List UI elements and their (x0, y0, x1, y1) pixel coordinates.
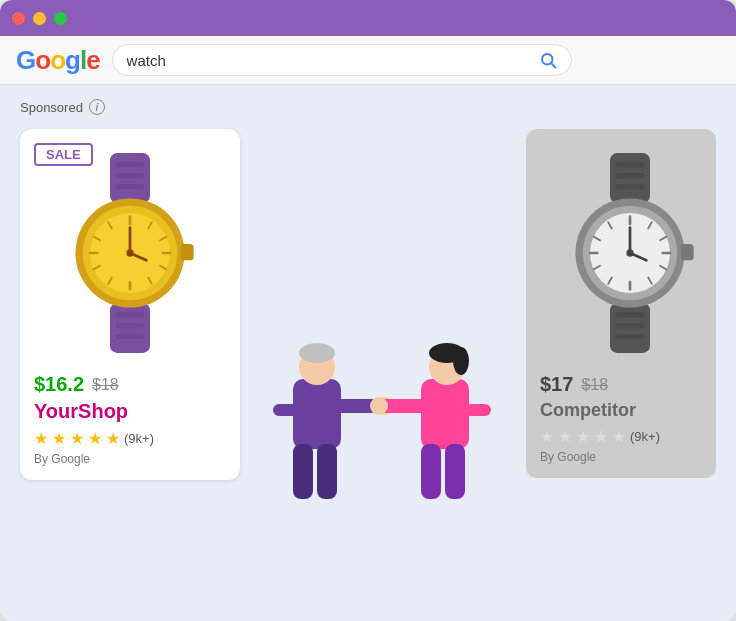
svg-point-45 (370, 397, 388, 415)
star-c3: ★ (576, 427, 590, 446)
svg-rect-4 (115, 173, 144, 178)
svg-rect-43 (421, 444, 441, 499)
svg-rect-52 (615, 323, 644, 328)
reviews-yourshop: (9k+) (124, 431, 154, 446)
stars-row-competitor: ★ ★ ★ ★ ★ (9k+) (540, 427, 702, 446)
svg-point-72 (626, 249, 633, 256)
svg-rect-55 (681, 244, 694, 260)
svg-rect-44 (445, 444, 465, 499)
stars-row-yourshop: ★ ★ ★ ★ ★ (9k+) (34, 429, 226, 448)
people-illustration (273, 249, 493, 529)
product-image-competitor (540, 143, 716, 363)
original-price-yourshop: $18 (92, 376, 119, 394)
star-c5: ★ (612, 427, 626, 446)
star-4: ★ (88, 429, 102, 448)
svg-rect-42 (465, 404, 491, 416)
title-bar (0, 0, 736, 36)
star-5: ★ (106, 429, 120, 448)
svg-rect-8 (115, 323, 144, 328)
product-image-yourshop (40, 143, 220, 363)
svg-rect-53 (615, 334, 644, 339)
search-input[interactable] (127, 52, 539, 69)
browser-window: Google Sponsored i SALE (0, 0, 736, 621)
svg-point-31 (299, 343, 335, 363)
product-card-yourshop[interactable]: SALE (20, 129, 240, 480)
star-c4: ★ (594, 427, 608, 446)
by-google-competitor: By Google (540, 450, 702, 464)
svg-rect-48 (615, 173, 644, 178)
store-name-yourshop[interactable]: YourShop (34, 400, 226, 423)
svg-rect-9 (115, 334, 144, 339)
current-price-yourshop: $16.2 (34, 373, 84, 396)
browser-chrome: Google (0, 36, 736, 85)
competitor-card-container: $17 $18 Competitor ★ ★ ★ ★ ★ (9k+) By Go… (526, 129, 716, 478)
star-c2: ★ (558, 427, 572, 446)
svg-rect-3 (115, 162, 144, 167)
original-price-competitor: $18 (581, 376, 608, 394)
sponsored-row: Sponsored i (20, 99, 716, 115)
star-1: ★ (34, 429, 48, 448)
svg-rect-11 (181, 244, 194, 260)
product-card-competitor[interactable]: $17 $18 Competitor ★ ★ ★ ★ ★ (9k+) By Go… (526, 129, 716, 478)
price-row-competitor: $17 $18 (540, 373, 702, 396)
price-row-yourshop: $16.2 $18 (34, 373, 226, 396)
svg-rect-7 (115, 312, 144, 317)
google-logo: Google (16, 45, 100, 76)
main-content: Sponsored i SALE (0, 85, 736, 621)
sponsored-label: Sponsored (20, 100, 83, 115)
svg-point-28 (126, 249, 133, 256)
svg-rect-34 (293, 444, 313, 499)
store-name-competitor[interactable]: Competitor (540, 400, 702, 421)
products-area: SALE (20, 129, 716, 529)
info-icon[interactable]: i (89, 99, 105, 115)
svg-rect-47 (615, 162, 644, 167)
svg-rect-29 (293, 379, 341, 449)
star-c1: ★ (540, 427, 554, 446)
search-bar (112, 44, 572, 76)
watch-svg-yourshop (50, 153, 210, 353)
current-price-competitor: $17 (540, 373, 573, 396)
svg-rect-37 (421, 379, 469, 449)
svg-rect-35 (317, 444, 337, 499)
svg-rect-51 (615, 312, 644, 317)
watch-svg-competitor (550, 153, 710, 353)
middle-section (256, 129, 510, 529)
svg-rect-33 (273, 404, 299, 416)
svg-rect-5 (115, 184, 144, 189)
search-button[interactable] (539, 51, 557, 69)
by-google-yourshop: By Google (34, 452, 226, 466)
star-2: ★ (52, 429, 66, 448)
reviews-competitor: (9k+) (630, 429, 660, 444)
maximize-button[interactable] (54, 12, 67, 25)
svg-rect-49 (615, 184, 644, 189)
close-button[interactable] (12, 12, 25, 25)
minimize-button[interactable] (33, 12, 46, 25)
svg-line-1 (551, 63, 555, 67)
svg-point-40 (453, 347, 469, 375)
sale-badge: SALE (34, 143, 93, 166)
star-3: ★ (70, 429, 84, 448)
